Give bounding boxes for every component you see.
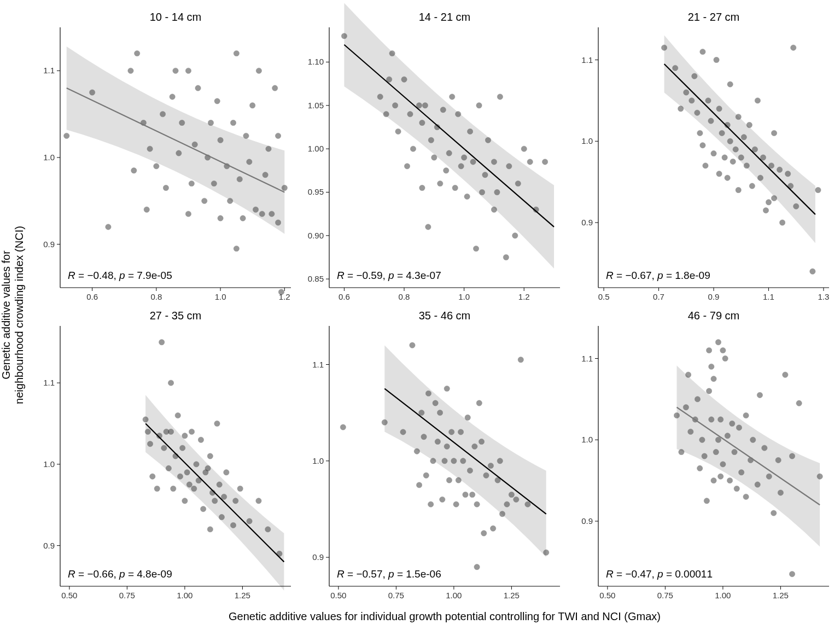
svg-text:0.7: 0.7 (653, 292, 664, 301)
data-point (706, 388, 711, 394)
stat-annotation: R = −0.67, p = 1.8e-09 (606, 270, 710, 281)
data-point (817, 474, 822, 479)
svg-text:0.75: 0.75 (657, 591, 673, 600)
data-point (400, 429, 406, 435)
data-point (444, 168, 449, 173)
data-point (168, 380, 173, 386)
data-point (514, 497, 519, 502)
data-point (734, 486, 739, 491)
data-point (722, 155, 727, 160)
svg-text:0.50: 0.50 (599, 591, 615, 600)
data-point (463, 492, 468, 497)
data-point (744, 163, 749, 168)
data-point (750, 437, 756, 442)
data-point (794, 203, 799, 209)
data-point (89, 90, 95, 95)
data-point (382, 419, 387, 425)
data-point (472, 444, 477, 449)
data-point (160, 111, 165, 116)
data-point (452, 185, 458, 190)
data-point (689, 98, 695, 103)
data-point (195, 85, 201, 91)
data-point (249, 103, 255, 108)
data-point (785, 171, 790, 177)
data-point (217, 482, 222, 487)
svg-text:1.0: 1.0 (43, 153, 55, 162)
data-point (743, 494, 749, 499)
data-point (730, 159, 736, 164)
data-point (176, 150, 182, 156)
data-point (460, 458, 466, 464)
svg-text:0.9: 0.9 (581, 516, 593, 526)
data-point (497, 458, 503, 464)
svg-text:1.25: 1.25 (235, 591, 250, 600)
data-point (711, 150, 716, 156)
data-point (131, 168, 137, 173)
data-point (683, 405, 689, 410)
data-point (191, 486, 197, 491)
data-point (469, 492, 475, 497)
data-point (766, 474, 772, 479)
data-point (128, 68, 133, 73)
data-point (341, 33, 347, 39)
data-point (414, 448, 419, 454)
data-point (407, 111, 413, 116)
data-point (715, 340, 721, 345)
data-point (256, 68, 261, 73)
data-point (421, 434, 427, 440)
data-point (453, 501, 459, 507)
data-point (171, 486, 176, 491)
data-point (389, 50, 395, 56)
data-point (525, 501, 530, 507)
data-point (143, 417, 148, 422)
data-point (678, 106, 684, 112)
data-point (736, 425, 742, 430)
svg-text:0.9: 0.9 (581, 218, 593, 227)
svg-text:0.8: 0.8 (150, 292, 162, 301)
data-point (474, 564, 480, 570)
data-point (771, 195, 777, 201)
data-point (527, 159, 533, 165)
data-point (672, 65, 678, 71)
svg-text:0.85: 0.85 (308, 274, 324, 283)
data-point (185, 211, 191, 217)
data-point (64, 133, 69, 138)
data-point (725, 433, 730, 439)
data-point (727, 81, 733, 87)
data-point (184, 470, 190, 475)
data-point (219, 514, 224, 520)
data-point (464, 194, 470, 199)
facet-panel: 10 - 14 cm0.60.81.01.20.91.01.1R = −0.48… (43, 11, 291, 301)
svg-text:1.0: 1.0 (458, 292, 470, 301)
data-point (789, 453, 795, 459)
svg-text:1.3: 1.3 (818, 292, 830, 301)
data-point (194, 462, 199, 467)
data-point (503, 254, 509, 260)
data-point (451, 458, 457, 464)
data-point (435, 439, 440, 444)
data-point (476, 400, 482, 406)
data-point (679, 449, 684, 454)
data-point (262, 172, 268, 178)
data-point (465, 415, 470, 420)
data-point (708, 118, 714, 124)
data-point (461, 155, 466, 160)
data-point (438, 180, 443, 186)
data-point (182, 498, 188, 504)
data-point (790, 45, 796, 50)
svg-text:1.0: 1.0 (581, 435, 593, 444)
data-point (732, 449, 737, 454)
data-point (474, 501, 480, 507)
data-point (458, 164, 464, 169)
data-point (234, 50, 239, 56)
data-point (476, 103, 482, 108)
data-point (695, 396, 700, 402)
data-point (738, 470, 744, 475)
data-point (722, 355, 728, 361)
data-point (448, 429, 454, 435)
data-point (700, 49, 705, 54)
data-point (771, 130, 777, 136)
data-point (757, 175, 763, 180)
facet-panel: 27 - 35 cm0.500.751.001.250.91.01.1R = −… (43, 310, 291, 600)
data-point (470, 159, 476, 165)
